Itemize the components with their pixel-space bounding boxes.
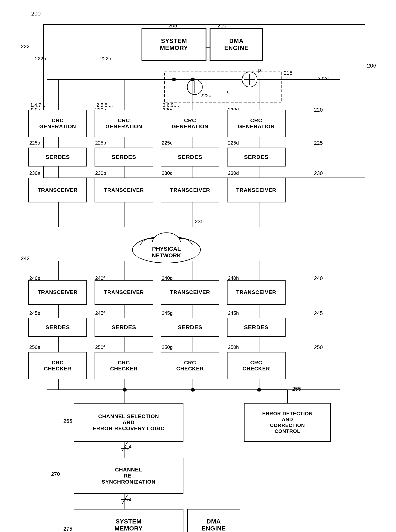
ref215-label: 215 — [284, 70, 292, 76]
svg-line-72 — [122, 495, 128, 504]
ref245f-label: 245f — [95, 310, 105, 316]
transceiver-g: TRANSCEIVER — [161, 280, 219, 304]
crc-checker-g: CRC CHECKER — [161, 352, 219, 379]
serdes-g: SERDES — [161, 318, 219, 337]
crc-gen-c: CRC GENERATION — [161, 110, 219, 137]
svg-point-62 — [172, 78, 176, 81]
serdes-f: SERDES — [94, 318, 153, 337]
ref235-label: 235 — [195, 218, 204, 225]
ref225a-label: 225a — [29, 140, 40, 146]
q-label: q — [227, 89, 230, 95]
crc-gen-d: CRC GENERATION — [227, 110, 285, 137]
ref250e-label: 250e — [29, 344, 40, 350]
channel-selection: CHANNEL SELECTION AND ERROR RECOVERY LOG… — [74, 403, 183, 442]
transceiver-f: TRANSCEIVER — [94, 280, 153, 304]
crc-checker-e: CRC CHECKER — [28, 352, 87, 379]
ref250h-label: 250h — [228, 344, 239, 350]
svg-point-63 — [191, 78, 195, 81]
diagram-container: 200 205 210 206 SYSTEM MEMORY DMA ENGINE… — [0, 0, 396, 532]
diagram-lines — [0, 0, 396, 532]
ref230b-label: 230b — [95, 170, 106, 176]
ref222d-label: 222d — [318, 76, 329, 82]
error-detection: ERROR DETECTION AND CORRECTION CONTROL — [244, 403, 331, 442]
transceiver-h: TRANSCEIVER — [227, 280, 285, 304]
ref240-label: 240 — [314, 275, 323, 281]
ref225c-label: 225c — [162, 140, 172, 146]
svg-text:NETWORK: NETWORK — [152, 252, 181, 258]
system-memory-top: SYSTEM MEMORY — [142, 28, 206, 61]
ref250f-label: 250f — [95, 344, 105, 350]
transceiver-b: TRANSCEIVER — [94, 178, 153, 202]
svg-rect-6 — [164, 72, 282, 102]
channel-slash-bot — [119, 494, 130, 505]
serdes-c: SERDES — [161, 148, 219, 166]
crc-gen-b: CRC GENERATION — [94, 110, 153, 137]
physical-network-cloud: PHYSICAL NETWORK — [128, 227, 204, 265]
ref210-label: 210 — [217, 23, 226, 29]
transceiver-d: TRANSCEIVER — [227, 178, 285, 202]
svg-point-50 — [191, 388, 195, 392]
p-label: p — [258, 67, 261, 73]
serdes-a: SERDES — [28, 148, 87, 166]
ref222a-label: 222a — [35, 56, 46, 62]
ref270-label: 270 — [51, 471, 60, 477]
system-memory-bot: SYSTEM MEMORY — [74, 509, 183, 532]
ref230c-label: 230c — [162, 170, 172, 176]
ref225-label: 225 — [314, 140, 323, 146]
ref245-label: 245 — [314, 310, 323, 316]
ref222-label: 222 — [21, 43, 30, 50]
ref205-label: 205 — [168, 23, 177, 29]
ref250-label: 250 — [314, 344, 323, 350]
ref255-label: 255 — [292, 386, 301, 392]
crc-gen-a: CRC GENERATION — [28, 110, 87, 137]
ref200-label: 200 — [31, 10, 41, 17]
crc-checker-h: CRC CHECKER — [227, 352, 285, 379]
ref245g-label: 245g — [162, 310, 173, 316]
channel-slash-top — [119, 441, 130, 452]
ref220-label: 220 — [314, 107, 323, 113]
ref245e-label: 245e — [29, 310, 40, 316]
serdes-d: SERDES — [227, 148, 285, 166]
ref206-label: 206 — [367, 62, 376, 69]
ref265-label: 265 — [63, 418, 72, 424]
ref230a-label: 230a — [29, 170, 40, 176]
ref242-label: 242 — [21, 255, 30, 262]
transceiver-a: TRANSCEIVER — [28, 178, 87, 202]
ref250g-label: 250g — [162, 344, 173, 350]
transceiver-e: TRANSCEIVER — [28, 280, 87, 304]
ref225d-label: 225d — [228, 140, 239, 146]
svg-line-71 — [122, 442, 128, 451]
crc-checker-f: CRC CHECKER — [94, 352, 153, 379]
ref230d-label: 230d — [228, 170, 239, 176]
dma-engine-top: DMA ENGINE — [210, 28, 263, 61]
ref225b-label: 225b — [95, 140, 106, 146]
transceiver-c: TRANSCEIVER — [161, 178, 219, 202]
serdes-h: SERDES — [227, 318, 285, 337]
dma-engine-bot: DMA ENGINE — [187, 509, 240, 532]
ref245h-label: 245h — [228, 310, 239, 316]
ref222b-label: 222b — [100, 56, 111, 62]
serdes-b: SERDES — [94, 148, 153, 166]
serdes-e: SERDES — [28, 318, 87, 337]
ref275-label: 275 — [63, 526, 72, 532]
ref222c-label: 222c — [200, 93, 211, 99]
svg-text:PHYSICAL: PHYSICAL — [152, 246, 181, 252]
channel-resync: CHANNEL RE- SYNCHRONIZATION — [74, 458, 183, 494]
ref230-label: 230 — [314, 170, 323, 176]
